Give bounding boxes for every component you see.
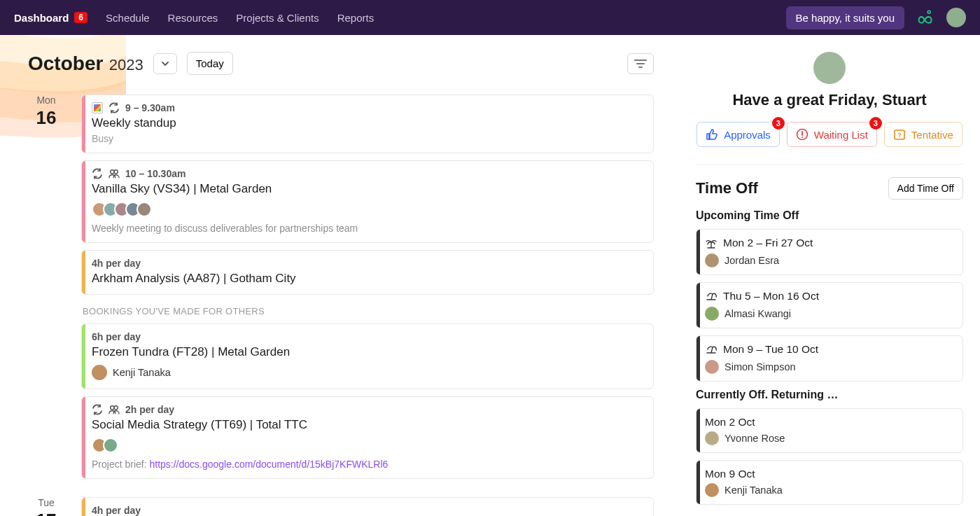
timeoff-range: Mon 9 Oct: [705, 468, 954, 480]
tentative-icon: ?: [893, 128, 906, 141]
timeoff-range: Mon 2 Oct: [705, 416, 954, 428]
who-avatar: [705, 431, 719, 445]
main-panel: October 2023 Today Mon 16: [0, 35, 679, 516]
who-name: Jordan Esra: [724, 255, 779, 266]
timeoff-card[interactable]: Mon 2 Oct Yvonne Rose: [696, 408, 963, 453]
timeoff-card[interactable]: Mon 9 Oct Kenji Tanaka: [696, 460, 963, 505]
timeoff-heading: Time Off: [696, 179, 758, 197]
day-row: Mon 16 9 – 9.30am Weekly standup Busy: [28, 95, 679, 479]
stripe: [82, 161, 85, 242]
sidebar: Have a great Friday, Stuart Approvals 3 …: [679, 35, 980, 516]
timeoff-card[interactable]: Thu 5 – Mon 16 Oct Almasi Kwangi: [696, 282, 963, 328]
card-meta: 9 – 9.30am: [92, 102, 643, 113]
upcoming-heading: Upcoming Time Off: [696, 209, 963, 222]
be-happy-button[interactable]: Be happy, it suits you: [786, 6, 904, 29]
nav-dashboard[interactable]: Dashboard 6: [14, 12, 88, 24]
event-card[interactable]: 2h per day Social Media Strategy (TT69) …: [81, 396, 654, 479]
timeoff-who: Kenji Tanaka: [705, 483, 954, 497]
timeoff-range: Mon 9 – Tue 10 Oct: [705, 343, 954, 356]
day-row: Tue 17 4h per day Arkham Analysis (AA87)…: [28, 497, 679, 516]
stripe: [696, 336, 700, 381]
infinity-icon[interactable]: [917, 9, 934, 26]
cards-column: 4h per day Arkham Analysis (AA87) | Goth…: [81, 497, 654, 516]
participants: [92, 438, 643, 453]
returning-heading: Currently Off. Returning …: [696, 389, 963, 401]
card-meta: 4h per day: [92, 258, 643, 269]
event-card[interactable]: 9 – 9.30am Weekly standup Busy: [81, 95, 654, 153]
range-text: Mon 2 – Fri 27 Oct: [723, 237, 813, 249]
card-meta: 4h per day: [92, 505, 643, 516]
who-avatar: [705, 483, 719, 497]
pill-row: Approvals 3 Waiting List 3 ? Tentative: [696, 122, 963, 147]
card-desc: Weekly meeting to discuss deliverables f…: [92, 223, 643, 234]
recur-icon: [92, 404, 103, 415]
who-name: Simon Simpson: [724, 361, 796, 372]
tentative-pill[interactable]: ? Tentative: [884, 122, 962, 147]
range-text: Thu 5 – Mon 16 Oct: [723, 290, 819, 302]
month-year: October 2023: [28, 53, 144, 75]
event-card[interactable]: 6h per day Frozen Tundra (FT28) | Metal …: [81, 323, 654, 389]
who-avatar: [705, 307, 719, 321]
people-icon: [108, 168, 120, 179]
card-time: 2h per day: [125, 404, 174, 415]
desc-prefix: Project brief:: [92, 459, 149, 470]
participant-avatar: [136, 202, 152, 217]
timeoff-who: Yvonne Rose: [705, 431, 954, 445]
profile-avatar[interactable]: [813, 52, 846, 84]
event-card[interactable]: 10 – 10.30am Vanilla Sky (VS34) | Metal …: [81, 160, 654, 243]
thumbs-up-icon: [706, 128, 718, 141]
card-time: 4h per day: [92, 258, 141, 269]
card-meta: 6h per day: [92, 331, 643, 342]
filter-button[interactable]: [627, 53, 654, 74]
svg-point-4: [111, 170, 114, 174]
event-card[interactable]: 4h per day Arkham Analysis (AA87) | Goth…: [81, 250, 654, 295]
participants: [92, 202, 643, 217]
pill-count: 3: [772, 117, 785, 130]
card-time: 10 – 10.30am: [125, 168, 186, 179]
who-name: Yvonne Rose: [724, 433, 785, 444]
who-avatar: [705, 253, 719, 267]
event-card[interactable]: 4h per day Arkham Analysis (AA87) | Goth…: [81, 497, 654, 516]
add-timeoff-button[interactable]: Add Time Off: [888, 177, 963, 200]
nav-reports[interactable]: Reports: [337, 12, 374, 24]
main-header: October 2023 Today: [28, 52, 679, 75]
section-label: BOOKINGS YOU'VE MADE FOR OTHERS: [83, 306, 654, 316]
waiting-pill[interactable]: Waiting List 3: [787, 122, 877, 147]
nav-label: Projects & Clients: [236, 12, 318, 24]
card-sub: Busy: [92, 133, 643, 144]
nav-projects[interactable]: Projects & Clients: [236, 12, 318, 24]
chevron-down-icon: [160, 59, 170, 69]
assignee-name: Kenji Tanaka: [113, 367, 171, 378]
user-avatar[interactable]: [946, 8, 966, 27]
dow: Tue: [28, 497, 64, 508]
recur-icon: [108, 102, 120, 113]
stripe: [696, 461, 700, 504]
month-picker-button[interactable]: [153, 53, 177, 74]
timeoff-card[interactable]: Mon 9 – Tue 10 Oct Simon Simpson: [696, 335, 963, 382]
timeoff-card[interactable]: Mon 2 – Fri 27 Oct Jordan Esra: [696, 229, 963, 275]
sidebar-top: Have a great Friday, Stuart Approvals 3 …: [696, 52, 963, 147]
timeoff-who: Jordan Esra: [705, 253, 954, 267]
approvals-pill[interactable]: Approvals 3: [696, 122, 780, 147]
day-label: Mon 16: [28, 95, 64, 479]
brief-link[interactable]: https://docs.google.com/document/d/15kBj…: [149, 459, 388, 470]
nav-badge: 6: [74, 12, 88, 23]
pill-count: 3: [869, 117, 882, 130]
palm-icon: [705, 237, 718, 249]
nav-schedule[interactable]: Schedule: [106, 12, 150, 24]
stripe: [82, 324, 85, 389]
svg-point-0: [927, 11, 930, 13]
nav-resources[interactable]: Resources: [168, 12, 218, 24]
card-meta: 2h per day: [92, 404, 643, 415]
month-label: October: [28, 53, 103, 74]
card-title: Frozen Tundra (FT28) | Metal Garden: [92, 345, 643, 359]
people-icon: [108, 404, 120, 415]
nav-label: Schedule: [106, 12, 150, 24]
stripe: [696, 409, 700, 452]
beach-icon: [705, 343, 718, 356]
card-title: Arkham Analysis (AA87) | Gotham City: [92, 272, 643, 286]
today-button[interactable]: Today: [187, 52, 233, 75]
svg-point-5: [114, 170, 118, 174]
day-number: 17: [28, 510, 64, 516]
participant-avatar: [103, 438, 118, 453]
